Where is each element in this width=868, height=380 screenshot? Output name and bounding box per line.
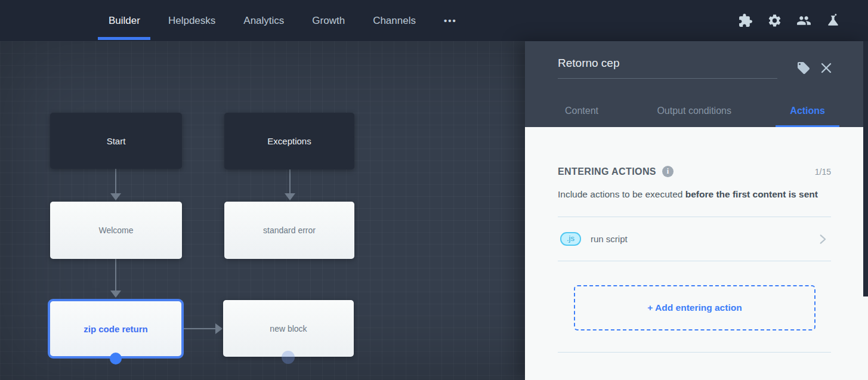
panel-title-row [525, 41, 863, 79]
block-zip-code-return[interactable]: zip code return [48, 299, 184, 359]
action-label: run script [591, 234, 628, 244]
entering-actions-header: ENTERING ACTIONS i 1/15 [558, 166, 831, 177]
tag-icon[interactable] [796, 61, 811, 75]
top-navigation: Builder Helpdesks Analytics Growth Chann… [0, 0, 868, 41]
block-label: Start [107, 136, 126, 146]
connector-dot-new-block[interactable] [282, 351, 295, 364]
block-new-block[interactable]: new block [223, 300, 354, 357]
section-description: Include actions to be executed before th… [558, 185, 831, 204]
nav-tabs: Builder Helpdesks Analytics Growth Chann… [0, 0, 457, 41]
extensions-icon[interactable] [737, 13, 753, 29]
action-item-run-script[interactable]: .js run script [558, 217, 831, 261]
divider [558, 261, 831, 261]
nav-tab-analytics[interactable]: Analytics [243, 0, 284, 41]
tab-output-conditions[interactable]: Output conditions [650, 95, 739, 127]
block-label: new block [270, 324, 307, 333]
connector-dot-zip-code-return[interactable] [110, 353, 122, 364]
block-label: standard error [263, 225, 316, 235]
description-normal: Include actions to be executed [558, 189, 685, 199]
divider [558, 352, 831, 353]
info-icon[interactable]: i [662, 166, 674, 177]
tab-actions[interactable]: Actions [783, 95, 832, 127]
settings-icon[interactable] [767, 13, 782, 29]
panel-header: Content Output conditions Actions [525, 41, 863, 127]
block-label: Exceptions [267, 136, 311, 146]
nav-more-button[interactable]: ••• [444, 16, 457, 26]
js-badge: .js [560, 232, 581, 246]
block-title-input[interactable] [558, 57, 777, 79]
chevron-right-icon [817, 233, 829, 245]
actions-counter: 1/15 [815, 167, 831, 177]
nav-tab-helpdesks[interactable]: Helpdesks [168, 0, 215, 41]
block-welcome[interactable]: Welcome [50, 202, 182, 259]
block-start[interactable]: Start [50, 113, 182, 169]
section-heading: ENTERING ACTIONS [558, 166, 656, 177]
block-exceptions[interactable]: Exceptions [224, 113, 354, 169]
panel-body: ENTERING ACTIONS i 1/15 Include actions … [525, 127, 868, 380]
block-label: zip code return [84, 324, 148, 334]
nav-tab-growth[interactable]: Growth [312, 0, 345, 41]
nav-tab-channels[interactable]: Channels [373, 0, 416, 41]
experiment-icon[interactable] [825, 13, 841, 29]
description-bold: before the first content is sent [685, 189, 818, 199]
app-root: Builder Helpdesks Analytics Growth Chann… [0, 0, 868, 380]
canvas-edge-strip [863, 41, 868, 296]
panel-tabs: Content Output conditions Actions [558, 95, 832, 127]
block-standard-error[interactable]: standard error [224, 202, 354, 259]
tab-content[interactable]: Content [558, 95, 606, 127]
nav-icon-group [737, 13, 868, 29]
block-label: Welcome [98, 225, 133, 235]
add-entering-action-button[interactable]: + Add entering action [574, 285, 816, 330]
nav-tab-builder[interactable]: Builder [109, 0, 140, 41]
block-settings-panel: Content Output conditions Actions ENTERI… [525, 41, 868, 380]
members-icon[interactable] [796, 13, 811, 29]
close-icon[interactable] [819, 61, 833, 75]
